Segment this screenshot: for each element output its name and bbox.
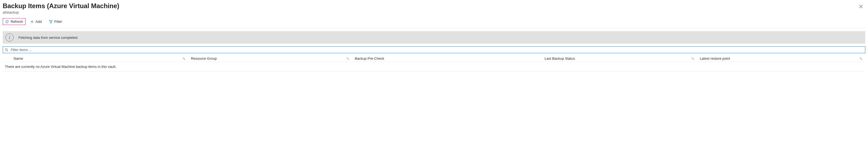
filter-input[interactable] xyxy=(10,47,863,52)
info-banner-text: Fetching data from service completed. xyxy=(19,36,78,40)
column-name-label: Name xyxy=(13,56,23,61)
add-button[interactable]: Add xyxy=(28,18,44,25)
column-header-resource-group[interactable]: Resource Group xyxy=(188,56,352,61)
plus-icon xyxy=(30,20,34,24)
info-icon: i xyxy=(5,33,13,41)
refresh-icon xyxy=(5,20,9,24)
add-label: Add xyxy=(36,20,42,24)
filter-row[interactable] xyxy=(3,46,865,53)
sort-icon xyxy=(346,57,349,60)
refresh-button[interactable]: Refresh xyxy=(3,18,26,25)
table-header: Name Resource Group Backup Pre-Check Las… xyxy=(3,55,865,62)
filter-icon xyxy=(49,20,53,24)
sort-icon xyxy=(182,57,186,60)
svg-line-8 xyxy=(7,50,8,51)
filter-label: Filter xyxy=(54,20,62,24)
sort-icon xyxy=(859,57,863,60)
column-header-restore-point[interactable]: Latest restore point xyxy=(697,56,865,61)
search-icon xyxy=(5,48,8,52)
column-header-pre-check[interactable]: Backup Pre-Check xyxy=(352,56,542,61)
command-bar: Refresh Add Filter xyxy=(3,18,865,28)
refresh-label: Refresh xyxy=(10,20,23,24)
filter-button[interactable]: Filter xyxy=(46,18,65,25)
column-last-label: Last Backup Status xyxy=(545,56,575,61)
page-subtitle: afsbackup xyxy=(3,10,124,14)
info-banner: i Fetching data from service completed. xyxy=(3,31,865,44)
page-title: Backup Items (Azure Virtual Machine) xyxy=(3,2,119,10)
svg-point-7 xyxy=(5,48,7,51)
column-header-name[interactable]: Name xyxy=(3,56,188,61)
column-restore-label: Latest restore point xyxy=(700,56,730,61)
column-pre-label: Backup Pre-Check xyxy=(355,56,384,61)
column-rg-label: Resource Group xyxy=(191,56,217,61)
sort-icon xyxy=(691,57,694,60)
column-header-last-status[interactable]: Last Backup Status xyxy=(542,56,697,61)
close-button[interactable] xyxy=(857,2,865,11)
empty-state-message: There are currently no Azure Virtual Mac… xyxy=(3,62,865,72)
